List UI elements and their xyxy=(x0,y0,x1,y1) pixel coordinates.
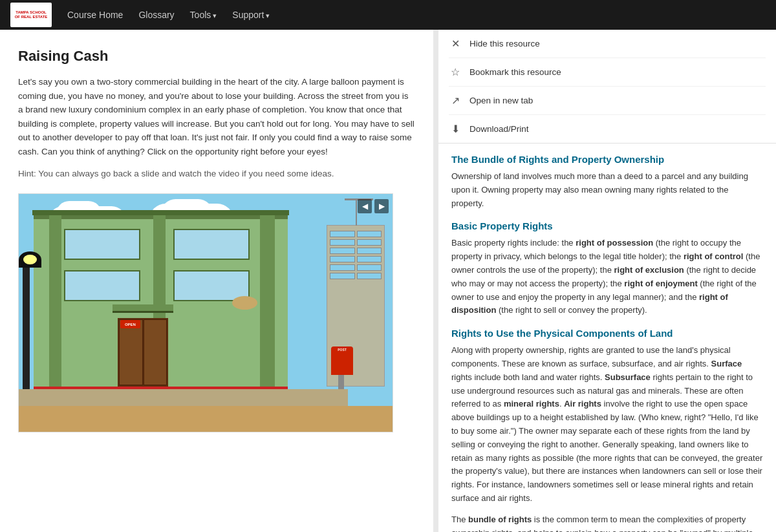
nav-tools[interactable]: Tools xyxy=(190,10,217,20)
slide-navigation: ◀ ▶ xyxy=(358,199,389,213)
nav-glossary[interactable]: Glossary xyxy=(138,10,174,20)
hide-resource-item[interactable]: ✕ Hide this resource xyxy=(449,30,766,58)
page-title: Raising Cash xyxy=(18,48,415,65)
course-illustration[interactable]: OPEN POST xyxy=(18,193,393,432)
section-body-3b: The bundle of rights is the common term … xyxy=(451,513,763,532)
section-title-2: Basic Property Rights xyxy=(451,220,763,231)
slide-prev-btn[interactable]: ◀ xyxy=(358,199,372,213)
bookmark-resource-item[interactable]: ☆ Bookmark this resource xyxy=(449,58,766,87)
bookmark-resource-label: Bookmark this resource xyxy=(469,67,561,77)
address-sign xyxy=(232,296,257,310)
section-body-2: Basic property rights include: the right… xyxy=(451,237,763,317)
slide-next-btn[interactable]: ▶ xyxy=(374,199,389,213)
content-paragraph: Let's say you own a two-story commercial… xyxy=(18,75,415,159)
nav-course-home[interactable]: Course Home xyxy=(67,10,123,20)
navigation: TAMPA SCHOOLOF REAL ESTATE Course Home G… xyxy=(0,0,776,30)
download-icon: ⬇ xyxy=(449,123,462,135)
external-link-icon: ↗ xyxy=(449,94,462,107)
nav-support[interactable]: Support xyxy=(232,10,270,20)
hint-text: Hint: You can always go back a slide and… xyxy=(18,167,415,181)
section-title-1: The Bundle of Rights and Property Owners… xyxy=(451,154,763,165)
nav-links: Course Home Glossary Tools Support xyxy=(67,10,270,20)
nav-logo: TAMPA SCHOOLOF REAL ESTATE xyxy=(10,3,52,27)
open-sign: OPEN xyxy=(120,320,140,328)
open-newtab-item[interactable]: ↗ Open in new tab xyxy=(449,87,766,115)
lamp-head xyxy=(19,251,41,268)
resource-content: The Bundle of Rights and Property Owners… xyxy=(438,144,776,532)
section-title-3: Rights to Use the Physical Components of… xyxy=(451,328,763,339)
ground xyxy=(19,406,393,432)
download-label: Download/Print xyxy=(469,124,529,134)
section-body-3a: Along with property ownership, rights ar… xyxy=(451,344,763,505)
hide-resource-label: Hide this resource xyxy=(469,39,540,48)
bookmark-icon: ☆ xyxy=(449,66,462,78)
close-icon: ✕ xyxy=(449,37,462,50)
download-item[interactable]: ⬇ Download/Print xyxy=(449,115,766,143)
main-building: OPEN xyxy=(34,215,288,387)
panel-divider xyxy=(433,30,438,532)
section-body-1: Ownership of land involves much more tha… xyxy=(451,170,763,210)
main-container: Raising Cash Let's say you own a two-sto… xyxy=(0,30,776,532)
left-panel: Raising Cash Let's say you own a two-sto… xyxy=(0,30,433,532)
resource-toolbar: ✕ Hide this resource ☆ Bookmark this res… xyxy=(438,30,776,144)
mailbox: POST xyxy=(331,346,354,375)
right-panel: ✕ Hide this resource ☆ Bookmark this res… xyxy=(438,30,776,532)
lamp-post xyxy=(23,266,30,389)
open-newtab-label: Open in new tab xyxy=(469,96,533,105)
